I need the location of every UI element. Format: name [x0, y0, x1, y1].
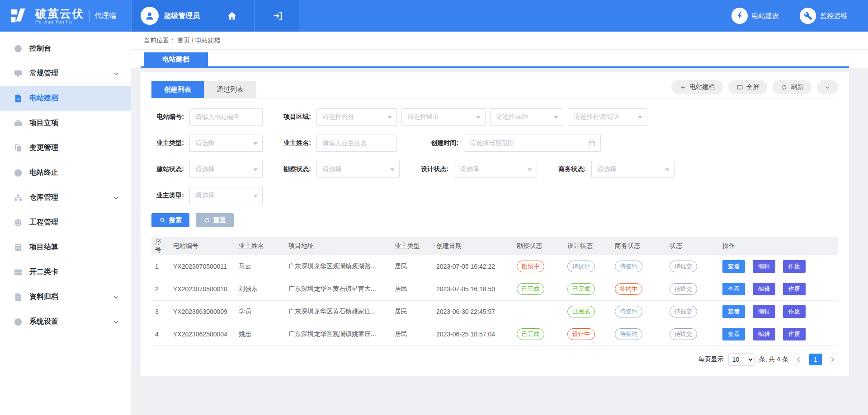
view-button[interactable]: 查看: [722, 328, 745, 340]
chevron-down-icon: [113, 294, 119, 300]
reset-button[interactable]: 重置: [196, 213, 234, 227]
sidebar-item-second-class-card[interactable]: 开二类卡: [0, 260, 131, 284]
nav-monitor-ops[interactable]: 监控运维: [800, 0, 847, 32]
monitor-icon: [14, 69, 23, 78]
survey-status-select[interactable]: 请选择: [316, 161, 400, 178]
collapse-toolbar-button[interactable]: [817, 80, 838, 94]
refresh-button[interactable]: 刷新: [773, 80, 811, 94]
business-status-select[interactable]: 请选择: [591, 161, 675, 178]
owner-type-select[interactable]: 请选择: [189, 135, 263, 152]
filter-row-3: 建站状态: 请选择 勘察状态: 请选择 设计状态: 请选择 商务状态: 请选择: [151, 161, 838, 178]
copy-icon: [14, 144, 23, 153]
logout-button[interactable]: [254, 0, 299, 32]
void-button[interactable]: 作废: [783, 260, 806, 273]
date-range-picker[interactable]: 请选择日期范围: [464, 135, 601, 152]
survey-status-label: 勘察状态:: [278, 165, 316, 173]
breadcrumb-path[interactable]: 首页 / 电站建档: [177, 37, 221, 45]
caret-down-icon: [253, 168, 258, 171]
business-status-label: 商务状态:: [553, 165, 591, 173]
void-button[interactable]: 作废: [783, 305, 806, 318]
brand-subtitle: Po Jian Yun Fu: [35, 19, 84, 24]
chevron-down-icon: [824, 84, 831, 91]
create-station-button[interactable]: 电站建档: [671, 80, 723, 94]
sidebar-item-system-settings[interactable]: 系统设置: [0, 309, 131, 334]
page-tab-station-archive[interactable]: 电站建档: [144, 52, 208, 66]
owner-type2-label: 业主类型:: [151, 191, 189, 200]
search-button[interactable]: 搜索: [151, 213, 189, 227]
list-tabs: 创建列表 通过列表 电站建档 全屏 刷新: [151, 79, 838, 98]
sidebar-item-project-settlement[interactable]: 项目结算: [0, 235, 131, 260]
pagination: 每页显示 10 条, 共 4 条 1: [151, 353, 838, 366]
col-status: 状态: [666, 237, 719, 255]
panel-toolbar: 电站建档 全屏 刷新: [671, 80, 838, 94]
design-status-select[interactable]: 请选择: [454, 161, 537, 178]
sidebar-item-warehouse-management[interactable]: 仓库管理: [0, 185, 131, 210]
build-status-select[interactable]: 请选择: [189, 161, 263, 178]
table-header-row: 序号 电站编号 业主姓名 项目地址 业主类型 创建日期 勘察状态 设计状态 商务…: [151, 237, 838, 255]
view-button[interactable]: 查看: [722, 260, 745, 273]
search-icon: [159, 217, 166, 224]
city-select[interactable]: 请选择城市: [401, 108, 486, 126]
sidebar-item-project-initiation[interactable]: 项目立项: [0, 111, 131, 135]
caret-down-icon: [387, 116, 392, 119]
refresh-icon: [781, 84, 788, 91]
fullscreen-button[interactable]: 全屏: [728, 80, 767, 94]
sidebar-item-general-management[interactable]: 常规管理: [0, 61, 131, 86]
edit-button[interactable]: 编辑: [753, 305, 775, 318]
station-code-input-wrap: [189, 108, 263, 126]
sidebar-item-console[interactable]: 控制台: [0, 36, 131, 61]
owner-name-label: 业主姓名:: [278, 139, 316, 147]
view-button[interactable]: 查看: [722, 305, 745, 318]
bullseye-icon: [14, 317, 23, 326]
status-badge: 已完成: [567, 283, 595, 295]
sidebar-item-change-management[interactable]: 变更管理: [0, 135, 131, 160]
calculator-icon: [14, 243, 23, 252]
tab-passed-list[interactable]: 通过列表: [204, 81, 256, 98]
village-select[interactable]: 请选择村镇/街道: [568, 108, 647, 126]
edit-button[interactable]: 编辑: [753, 260, 775, 273]
void-button[interactable]: 作废: [783, 328, 806, 340]
create-time-label: 创建时间:: [426, 139, 464, 147]
brand-title: 破茧云伏: [35, 8, 84, 19]
edit-button[interactable]: 编辑: [753, 283, 775, 295]
owner-name-input[interactable]: [322, 140, 391, 147]
station-code-input[interactable]: [195, 113, 257, 121]
edit-button[interactable]: 编辑: [753, 328, 775, 340]
owner-type-label: 业主类型:: [151, 139, 189, 147]
filter-row-4: 业主类型: 请选择: [151, 187, 838, 204]
prev-page-button[interactable]: [793, 354, 805, 365]
page-number-button[interactable]: 1: [809, 354, 822, 365]
tab-create-list[interactable]: 创建列表: [151, 81, 204, 98]
main-panel: 创建列表 通过列表 电站建档 全屏 刷新: [141, 72, 849, 376]
chevron-left-icon: [796, 356, 802, 363]
sidebar-item-station-termination[interactable]: 电站终止: [0, 160, 131, 185]
sidebar-item-data-archive[interactable]: 资料归档: [0, 284, 131, 309]
view-button[interactable]: 查看: [722, 283, 745, 295]
owner-name-input-wrap: [316, 135, 397, 152]
station-table: 序号 电站编号 业主姓名 项目地址 业主类型 创建日期 勘察状态 设计状态 商务…: [151, 237, 838, 346]
user-menu[interactable]: 超级管理员: [131, 0, 209, 32]
table-row: 3 YX2023063000009 学员 广东深圳龙华区黄石镇姚家庄... 居民…: [151, 300, 838, 323]
col-design: 设计状态: [564, 237, 611, 255]
owner-type2-select[interactable]: 请选择: [189, 187, 263, 204]
void-button[interactable]: 作废: [783, 283, 806, 295]
user-name: 超级管理员: [164, 11, 200, 21]
breadcrumb: 当前位置： 首页 / 电站建档: [131, 32, 868, 50]
nav-station-build[interactable]: 电站建设: [731, 0, 779, 32]
home-button[interactable]: [209, 0, 254, 32]
document-icon: [14, 94, 23, 103]
status-badge: 勘察中: [517, 261, 544, 272]
sidebar-item-station-archive[interactable]: 电站建档: [0, 86, 131, 111]
bolt-icon: [731, 8, 748, 24]
person-icon: [144, 10, 155, 21]
next-page-button[interactable]: [826, 354, 838, 365]
per-page-select[interactable]: 10: [728, 353, 755, 366]
sidebar-item-engineering-management[interactable]: 工程管理: [0, 210, 131, 235]
province-select[interactable]: 请选择省份: [316, 108, 397, 126]
filter-row-2: 业主类型: 请选择 业主姓名: 创建时间: 请选择日期范围: [151, 135, 838, 152]
caret-down-icon: [528, 168, 532, 171]
calendar-icon: [588, 139, 596, 147]
county-select[interactable]: 请选择县/区: [490, 108, 563, 126]
project-area-label: 项目区域:: [278, 113, 316, 121]
chevron-right-icon: [829, 356, 835, 363]
